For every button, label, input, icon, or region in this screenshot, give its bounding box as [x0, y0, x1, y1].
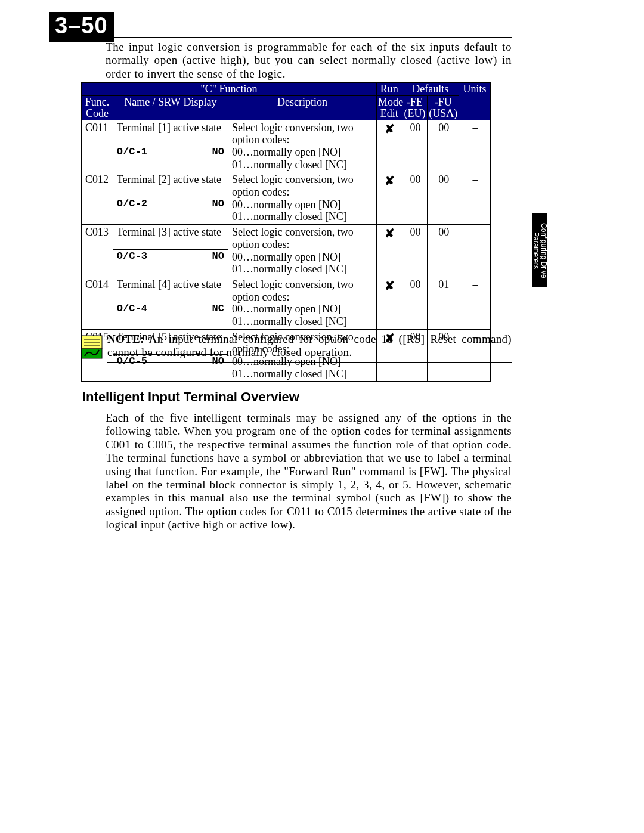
hdr-func-code: Func. Code: [82, 95, 113, 120]
cell-description: Select logic conversion, two option code…: [228, 172, 376, 225]
note-label: NOTE:: [107, 333, 144, 345]
table-header-row-2: Func. Code Name / SRW Display Descriptio…: [82, 95, 491, 120]
table-row: C013Terminal [3] active stateO/C-3NOSele…: [82, 225, 491, 277]
srw-value: NO: [212, 198, 224, 209]
hdr-units: Units: [459, 83, 491, 120]
hdr-fe: -FE (EU): [402, 95, 428, 120]
srw-display: O/C-2NO: [113, 197, 228, 209]
hdr-mode-edit: Mode Edit: [376, 95, 402, 120]
cell-run-mode: ✘: [376, 225, 402, 277]
hdr-defaults: Defaults: [402, 83, 459, 96]
srw-value: NC: [212, 303, 224, 314]
cell-units: –: [459, 172, 491, 225]
note-text: NOTE: An input terminal configured for o…: [107, 333, 512, 363]
x-mark-icon: ✘: [385, 279, 395, 292]
cell-func-code: C013: [82, 225, 113, 277]
cell-run-mode: ✘: [376, 277, 402, 329]
hdr-name-srw: Name / SRW Display: [113, 95, 228, 120]
x-mark-icon: ✘: [385, 174, 395, 187]
cell-default-fu: 00: [428, 120, 459, 172]
cell-default-fu: 01: [428, 277, 459, 329]
cell-default-fu: 00: [428, 225, 459, 277]
overview-paragraph: Each of the five intelligent terminals m…: [106, 411, 512, 532]
x-mark-icon: ✘: [385, 227, 395, 240]
side-tab: Configuring Drive Parameters: [532, 213, 547, 287]
x-mark-icon: ✘: [385, 122, 395, 135]
hdr-description: Description: [228, 95, 376, 120]
cell-description: Select logic conversion, two option code…: [228, 277, 376, 329]
table-row: C011Terminal [1] active stateO/C-1NOSele…: [82, 120, 491, 172]
cell-description: Select logic conversion, two option code…: [228, 120, 376, 172]
cell-default-fe: 00: [402, 225, 428, 277]
terminal-name: Terminal [4] active state: [113, 277, 228, 302]
cell-default-fe: 00: [402, 172, 428, 225]
cell-name: Terminal [4] active stateO/C-4NC: [113, 277, 228, 329]
footer-rule: [49, 655, 512, 655]
cell-func-code: C014: [82, 277, 113, 329]
hdr-fu: -FU (USA): [428, 95, 459, 120]
srw-value: NO: [212, 250, 224, 262]
note-block: NOTE: An input terminal configured for o…: [81, 333, 512, 363]
srw-code: O/C-4: [117, 303, 147, 314]
terminal-name: Terminal [3] active state: [113, 225, 228, 249]
note-icon: [81, 335, 103, 359]
hdr-run: Run: [376, 83, 402, 96]
cell-default-fe: 00: [402, 120, 428, 172]
header-rule: [49, 37, 512, 38]
cell-run-mode: ✘: [376, 172, 402, 225]
cell-default-fe: 00: [402, 277, 428, 329]
terminal-name: Terminal [2] active state: [113, 172, 228, 197]
srw-display: O/C-1NO: [113, 145, 228, 157]
cell-func-code: C011: [82, 120, 113, 172]
cell-default-fu: 00: [428, 172, 459, 225]
intro-paragraph: The input logic conversion is programmab…: [106, 41, 512, 80]
srw-code: O/C-3: [117, 250, 147, 262]
srw-code: O/C-1: [117, 146, 147, 157]
cell-units: –: [459, 277, 491, 329]
cell-name: Terminal [2] active stateO/C-2NO: [113, 172, 228, 225]
cell-run-mode: ✘: [376, 120, 402, 172]
note-body: An input terminal configured for option …: [107, 333, 512, 358]
table-header-row-1: "C" Function Run Defaults Units: [82, 83, 491, 96]
terminal-name: Terminal [1] active state: [113, 120, 228, 145]
cell-name: Terminal [3] active stateO/C-3NO: [113, 225, 228, 277]
cell-units: –: [459, 120, 491, 172]
cell-func-code: C012: [82, 172, 113, 225]
section-heading: Intelligent Input Terminal Overview: [82, 389, 299, 405]
srw-display: O/C-4NC: [113, 302, 228, 314]
cell-name: Terminal [1] active stateO/C-1NO: [113, 120, 228, 172]
srw-code: O/C-2: [117, 198, 147, 209]
table-row: C014Terminal [4] active stateO/C-4NCSele…: [82, 277, 491, 329]
cell-units: –: [459, 225, 491, 277]
hdr-c-function: "C" Function: [82, 83, 377, 96]
srw-value: NO: [212, 146, 224, 157]
table-row: C012Terminal [2] active stateO/C-2NOSele…: [82, 172, 491, 225]
cell-description: Select logic conversion, two option code…: [228, 225, 376, 277]
srw-display: O/C-3NO: [113, 249, 228, 262]
